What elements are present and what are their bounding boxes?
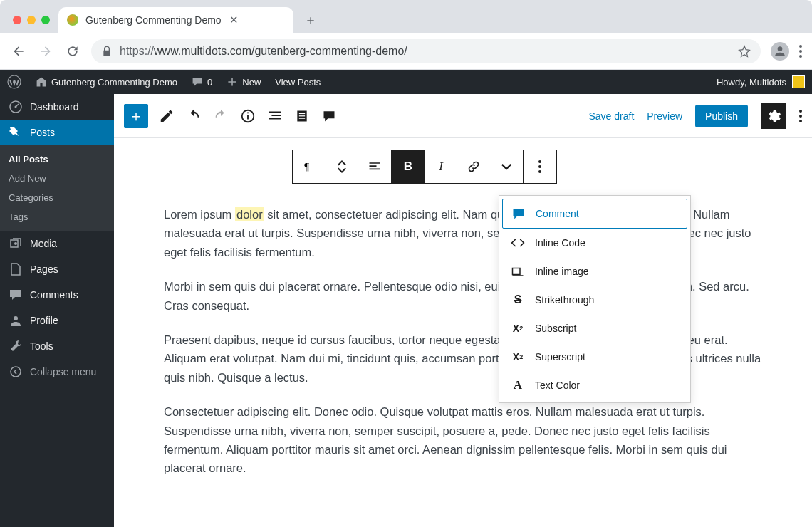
menu-profile-label: Profile [30,315,58,326]
text-color-icon: A [511,378,525,392]
format-dropdown: Comment Inline Code Inline image S Strik… [499,195,691,403]
menu-pages[interactable]: Pages [0,256,114,282]
dropdown-strike[interactable]: S Strikethrough [502,286,687,314]
list-view-button[interactable] [293,108,311,125]
code-icon [511,236,525,250]
menu-comments-label: Comments [30,289,78,301]
dropdown-inline-image[interactable]: Inline image [502,257,687,286]
publish-button[interactable]: Publish [695,105,748,127]
submenu-all-posts[interactable]: All Posts [0,150,114,169]
more-formats-button[interactable] [490,150,523,183]
reload-button[interactable] [64,43,81,60]
align-button[interactable] [358,150,391,183]
comment-icon [511,207,526,221]
dropdown-text-color[interactable]: A Text Color [502,371,687,400]
comments-count: 0 [207,77,212,88]
paragraph-4[interactable]: Consectetuer adipiscing elit. Donec odio… [164,402,762,478]
site-name-link[interactable]: Gutenberg Commenting Demo [28,70,184,94]
undo-button[interactable] [185,108,202,125]
preview-button[interactable]: Preview [647,110,682,122]
dropdown-comment[interactable]: Comment [502,199,687,229]
submenu-categories[interactable]: Categories [0,188,114,207]
new-content-link[interactable]: New [219,70,268,94]
pages-icon [9,262,23,276]
menu-media[interactable]: Media [0,231,114,256]
view-posts-label: View Posts [275,77,321,88]
menu-tools[interactable]: Tools [0,333,114,359]
subscript-icon: X2 [511,321,525,335]
browser-tab[interactable]: Gutenberg Commenting Demo ✕ [58,7,293,33]
collapse-label: Collapse menu [30,366,96,377]
forward-button[interactable] [37,43,54,60]
dropdown-superscript-label: Superscript [535,351,585,362]
submenu-tags[interactable]: Tags [0,207,114,226]
comment-icon-button[interactable] [321,108,338,125]
pin-icon [9,125,23,140]
maximize-window-button[interactable] [41,16,50,24]
comments-link[interactable]: 0 [184,70,219,94]
editor-toolbar: ＋ Save draft Preview Publish [114,94,812,138]
minimize-window-button[interactable] [27,16,36,24]
svg-text:¶: ¶ [304,161,309,172]
new-tab-button[interactable]: ＋ [301,10,321,30]
block-type-button[interactable]: ¶ [293,150,326,183]
italic-button[interactable]: I [425,150,457,183]
block-toolbar: ¶ B I [292,150,557,184]
dropdown-comment-label: Comment [536,208,579,219]
menu-comments[interactable]: Comments [0,282,114,308]
edit-mode-button[interactable] [158,108,175,125]
more-options-button[interactable] [799,110,802,122]
browser-menu-button[interactable] [799,45,802,58]
svg-point-2 [15,106,17,108]
menu-dashboard[interactable]: Dashboard [0,94,114,120]
svg-rect-8 [299,113,305,113]
admin-sidebar: Dashboard Posts All Posts Add New Catego… [0,94,114,527]
block-mover[interactable] [326,150,358,183]
collapse-icon [9,365,23,379]
dashboard-icon [9,100,23,114]
link-button[interactable] [457,150,490,183]
profile-button[interactable] [771,42,789,61]
close-window-button[interactable] [13,16,21,24]
menu-media-label: Media [30,238,57,249]
back-button[interactable] [10,43,27,60]
dropdown-inline-code-label: Inline Code [535,237,585,249]
close-tab-button[interactable]: ✕ [229,14,240,26]
add-block-button[interactable]: ＋ [124,104,148,128]
wp-logo-button[interactable] [0,70,28,94]
user-avatar-icon[interactable] [792,75,805,88]
svg-rect-10 [299,118,305,118]
dropdown-inline-image-label: Inline image [535,266,589,277]
view-posts-link[interactable]: View Posts [268,70,328,94]
svg-point-5 [11,367,21,377]
menu-posts[interactable]: Posts [0,120,114,145]
settings-button[interactable] [761,103,786,129]
svg-rect-12 [513,268,521,275]
dropdown-inline-code[interactable]: Inline Code [502,229,687,257]
window-controls [13,16,50,24]
dropdown-subscript[interactable]: X2 Subscript [502,314,687,343]
comments-icon [9,288,23,302]
dropdown-subscript-label: Subscript [535,323,576,334]
block-more-button[interactable] [524,150,556,183]
browser-address-bar: https://www.multidots.com/gutenberg-comm… [0,33,812,70]
outline-button[interactable] [266,108,283,125]
dropdown-text-color-label: Text Color [535,380,580,391]
save-draft-button[interactable]: Save draft [588,110,634,122]
image-icon [511,264,525,278]
tools-icon [9,339,23,353]
bookmark-button[interactable] [738,45,751,58]
submenu-add-new[interactable]: Add New [0,169,114,188]
dropdown-superscript[interactable]: X2 Superscript [502,343,687,371]
bold-button[interactable]: B [392,150,425,183]
profile-icon [9,313,23,328]
redo-button[interactable] [212,108,229,125]
url-field[interactable]: https://www.multidots.com/gutenberg-comm… [91,39,761,63]
lock-icon [101,46,113,57]
menu-profile[interactable]: Profile [0,308,114,333]
howdy-text[interactable]: Howdy, Multidots [717,77,786,88]
collapse-menu[interactable]: Collapse menu [0,359,114,385]
menu-posts-label: Posts [30,127,55,138]
strike-icon: S [511,293,525,307]
info-button[interactable] [239,108,256,125]
